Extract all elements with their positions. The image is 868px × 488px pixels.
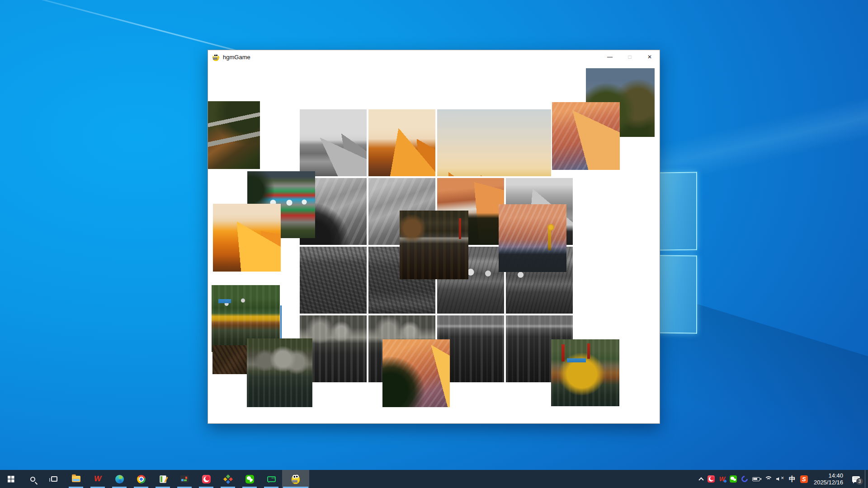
piece-orange-peak[interactable] — [368, 109, 435, 176]
taskbar-start-button[interactable] — [0, 470, 22, 488]
clock-time: 14:40 — [814, 472, 843, 479]
music-app-icon — [202, 475, 211, 483]
piece-rocks-lake[interactable] — [247, 338, 312, 407]
window-titlebar[interactable]: hgmGame — □ ✕ — [208, 50, 660, 64]
taskbar-wechat-devtools-button[interactable] — [260, 470, 282, 488]
notification-badge: 3 — [856, 478, 863, 485]
file-explorer-icon — [72, 476, 80, 482]
volume-muted-icon — [776, 476, 784, 482]
piece-sunset-sky[interactable] — [437, 109, 551, 176]
wechat-devtools-icon — [267, 476, 276, 482]
notepad-icon — [160, 475, 166, 483]
taskbar-chrome-button[interactable] — [130, 470, 152, 488]
chrome-icon — [137, 475, 146, 483]
toolbox-icon — [223, 474, 232, 483]
piece-pagoda-mountain[interactable] — [499, 204, 566, 272]
taskbar-music-app-button[interactable] — [195, 470, 217, 488]
piece-lake-shrine[interactable] — [400, 211, 468, 279]
puzzle-canvas[interactable] — [208, 64, 660, 423]
search-icon — [30, 477, 35, 482]
task-view-icon — [51, 476, 57, 482]
sogou-input-button[interactable]: S — [798, 470, 810, 488]
hgm-game-window: hgmGame — □ ✕ — [208, 50, 660, 424]
notification-button[interactable]: 3 — [847, 470, 865, 488]
close-button[interactable]: ✕ — [640, 50, 660, 64]
ime-chinese-icon: 中 — [789, 475, 796, 483]
piece-orange-mountain[interactable] — [213, 204, 281, 272]
dev-tool-icon — [180, 475, 189, 483]
tray-music-app-icon — [708, 475, 715, 483]
taskbar-search-button[interactable] — [22, 470, 43, 488]
ime-chinese-button[interactable]: 中 — [787, 470, 798, 488]
tray-wps-button[interactable]: W — [717, 470, 727, 488]
piece-pink-mountain[interactable] — [552, 102, 620, 170]
hidden-icons-button[interactable] — [697, 470, 705, 488]
blue-sliver — [280, 305, 282, 338]
wifi-button[interactable] — [762, 470, 774, 488]
piece-forest-walkway[interactable] — [208, 101, 260, 169]
battery-button[interactable] — [750, 470, 762, 488]
edge-icon — [115, 475, 124, 483]
hint-r3c1 — [300, 247, 367, 314]
tray-proxy-icon — [740, 474, 749, 483]
windows-logo-pane-bottom — [658, 255, 697, 334]
windows-logo-pane-top — [658, 172, 697, 251]
piece-dark-brown[interactable] — [212, 345, 247, 374]
tray-wechat-icon — [730, 475, 737, 483]
taskbar-wechat-button[interactable] — [239, 470, 260, 488]
hidden-icons-icon — [698, 477, 703, 482]
wifi-icon — [764, 476, 772, 482]
taskbar-file-explorer-button[interactable] — [65, 470, 87, 488]
show-desktop-button[interactable] — [865, 470, 867, 488]
hint-r1c1 — [300, 109, 367, 176]
window-title: hgmGame — [223, 54, 250, 61]
piece-pink-mountain-tree[interactable] — [382, 339, 450, 407]
maximize-button[interactable]: □ — [620, 50, 640, 64]
taskbar-edge-button[interactable] — [108, 470, 130, 488]
tray-clock[interactable]: 14:40 2025/12/16 — [810, 472, 847, 486]
piece-garden-shore[interactable] — [551, 339, 619, 406]
tray-proxy-button[interactable] — [739, 470, 750, 488]
taskbar: W W中S 14:40 2025/12/16 3 — [0, 470, 868, 488]
tray-wps-icon: W — [719, 475, 725, 483]
taskbar-notepad-button[interactable] — [152, 470, 174, 488]
taskbar-wps-office-button[interactable]: W — [87, 470, 108, 488]
volume-muted-button[interactable] — [774, 470, 787, 488]
battery-icon — [752, 477, 760, 481]
taskbar-toolbox-button[interactable] — [217, 470, 239, 488]
taskbar-task-view-button[interactable] — [43, 470, 65, 488]
wechat-icon — [245, 475, 254, 483]
clock-date: 2025/12/16 — [814, 479, 843, 486]
system-tray: W中S 14:40 2025/12/16 3 — [697, 470, 868, 488]
tray-wechat-button[interactable] — [727, 470, 739, 488]
sogou-input-icon: S — [800, 475, 808, 483]
hgm-game-icon — [291, 474, 301, 484]
minimize-button[interactable]: — — [600, 50, 620, 64]
windows-logo — [658, 172, 698, 334]
app-turtle-icon — [212, 53, 220, 61]
taskbar-hgm-game-button[interactable] — [282, 470, 309, 488]
taskbar-dev-tool-button[interactable] — [174, 470, 195, 488]
start-icon — [8, 476, 14, 483]
tray-music-app-button[interactable] — [705, 470, 717, 488]
wps-office-icon: W — [94, 475, 101, 483]
